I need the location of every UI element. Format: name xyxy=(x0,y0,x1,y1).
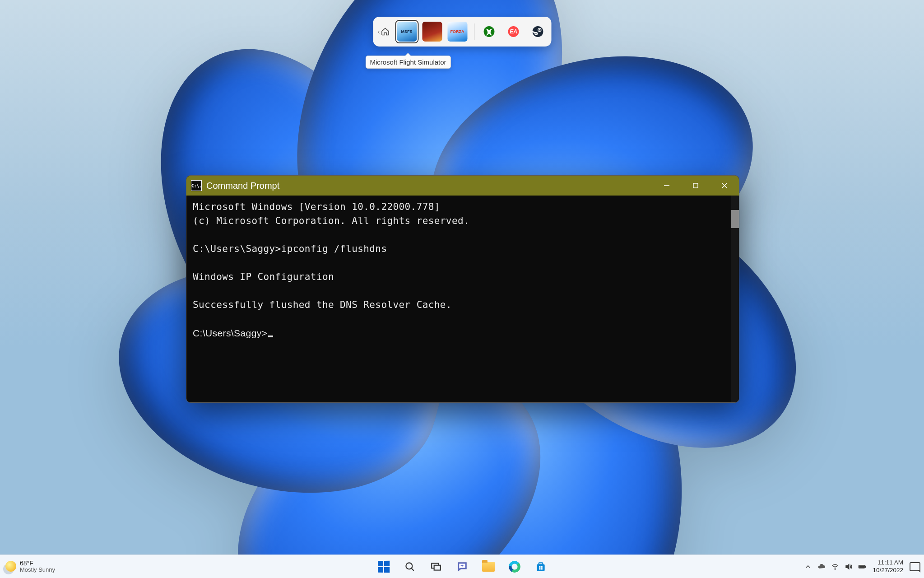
svg-text:✦: ✦ xyxy=(460,564,464,568)
svg-rect-20 xyxy=(539,566,540,567)
chat-button[interactable]: ✦ xyxy=(453,558,471,576)
app-thumbnail xyxy=(422,22,442,42)
windows-logo-icon xyxy=(378,560,390,573)
gamebar-launcher-steam[interactable] xyxy=(529,23,547,41)
terminal-line: (c) Microsoft Corporation. All rights re… xyxy=(193,214,733,228)
onedrive-icon[interactable] xyxy=(817,563,826,571)
svg-rect-21 xyxy=(541,566,542,567)
steam-icon xyxy=(532,26,543,37)
scrollbar-track[interactable] xyxy=(731,196,739,402)
svg-point-3 xyxy=(532,26,543,37)
terminal-line xyxy=(193,228,733,242)
terminal-line xyxy=(193,312,733,326)
gamebar-separator xyxy=(474,23,474,40)
system-tray[interactable] xyxy=(804,563,866,571)
svg-point-5 xyxy=(539,29,540,31)
chat-icon: ✦ xyxy=(456,561,468,573)
terminal-line: Windows IP Configuration xyxy=(193,270,733,284)
terminal-line xyxy=(193,256,733,270)
clock-time: 11:11 AM xyxy=(873,559,903,566)
gamebar-app-forza[interactable]: FORZA xyxy=(446,20,469,43)
app-thumbnail: FORZA xyxy=(447,22,467,42)
wifi-icon[interactable] xyxy=(831,563,839,571)
terminal-line: C:\Users\Saggy>ipconfig /flushdns xyxy=(193,242,733,256)
close-button[interactable] xyxy=(710,176,739,196)
command-prompt-window[interactable]: C:\. Command Prompt Microsoft Windows [V… xyxy=(186,175,739,403)
svg-rect-18 xyxy=(537,564,544,571)
terminal-line xyxy=(193,284,733,298)
ea-icon: EA xyxy=(507,26,519,37)
svg-text:EA: EA xyxy=(510,28,517,35)
gamebar-widget: ‹ MSFSMicrosoft Flight SimulatorFORZA EA xyxy=(373,17,551,47)
task-view-button[interactable] xyxy=(427,558,445,576)
chevron-left-icon: ‹ xyxy=(378,28,380,35)
taskbar-clock[interactable]: 11:11 AM 10/27/2022 xyxy=(873,559,903,573)
weather-icon xyxy=(5,561,16,572)
task-view-icon xyxy=(430,561,442,573)
app-thumbnail: MSFS xyxy=(397,22,417,42)
chevron-up-icon[interactable] xyxy=(804,563,812,571)
store-icon xyxy=(535,561,547,573)
terminal-line: Successfully flushed the DNS Resolver Ca… xyxy=(193,298,733,312)
search-button[interactable] xyxy=(401,558,419,576)
search-icon xyxy=(404,561,416,573)
terminal-prompt[interactable]: C:\Users\Saggy> xyxy=(193,326,733,340)
taskbar: 68°F Mostly Sunny ✦ 11:11 AM 10/27/2022 xyxy=(0,555,924,578)
prompt-text: C:\Users\Saggy> xyxy=(193,328,267,338)
svg-rect-8 xyxy=(693,183,698,188)
gamebar-app-secondgame[interactable] xyxy=(421,20,443,43)
desktop: ‹ MSFSMicrosoft Flight SimulatorFORZA EA… xyxy=(0,0,924,578)
svg-rect-26 xyxy=(865,566,866,567)
gamebar-home-button[interactable]: ‹ xyxy=(377,21,393,42)
svg-rect-19 xyxy=(539,563,543,564)
clock-date: 10/27/2022 xyxy=(873,567,903,574)
svg-rect-23 xyxy=(541,568,542,569)
gamebar-app-msfs[interactable]: MSFS xyxy=(395,20,418,43)
maximize-button[interactable] xyxy=(681,176,710,196)
svg-rect-14 xyxy=(434,565,440,570)
svg-point-24 xyxy=(835,569,836,569)
cursor xyxy=(268,336,273,337)
svg-line-12 xyxy=(411,568,413,570)
weather-temperature: 68°F xyxy=(20,560,55,567)
file-explorer-button[interactable] xyxy=(479,558,497,576)
minimize-button[interactable] xyxy=(652,176,681,196)
gamebar-launcher-ea[interactable]: EA xyxy=(504,23,522,41)
svg-rect-22 xyxy=(539,568,540,569)
microsoft-store-button[interactable] xyxy=(532,558,550,576)
start-button[interactable] xyxy=(375,558,393,576)
xbox-icon xyxy=(483,26,495,37)
notification-center-icon[interactable] xyxy=(910,562,920,571)
command-prompt-titlebar[interactable]: C:\. Command Prompt xyxy=(186,176,739,196)
terminal-body[interactable]: Microsoft Windows [Version 10.0.22000.77… xyxy=(186,196,739,402)
folder-icon xyxy=(482,562,495,572)
svg-rect-27 xyxy=(859,566,864,567)
gamebar-tooltip: Microsoft Flight Simulator xyxy=(365,56,450,69)
home-icon xyxy=(381,27,390,36)
gamebar-launcher-xbox[interactable] xyxy=(480,23,498,41)
taskbar-weather-widget[interactable]: 68°F Mostly Sunny xyxy=(5,560,55,573)
battery-icon[interactable] xyxy=(858,563,866,571)
command-prompt-icon: C:\. xyxy=(191,180,202,191)
scrollbar-thumb[interactable] xyxy=(731,210,739,228)
weather-description: Mostly Sunny xyxy=(20,567,55,573)
volume-icon[interactable] xyxy=(845,563,853,571)
terminal-line: Microsoft Windows [Version 10.0.22000.77… xyxy=(193,200,733,214)
edge-button[interactable] xyxy=(506,558,524,576)
edge-icon xyxy=(509,561,520,573)
window-title: Command Prompt xyxy=(206,181,279,191)
